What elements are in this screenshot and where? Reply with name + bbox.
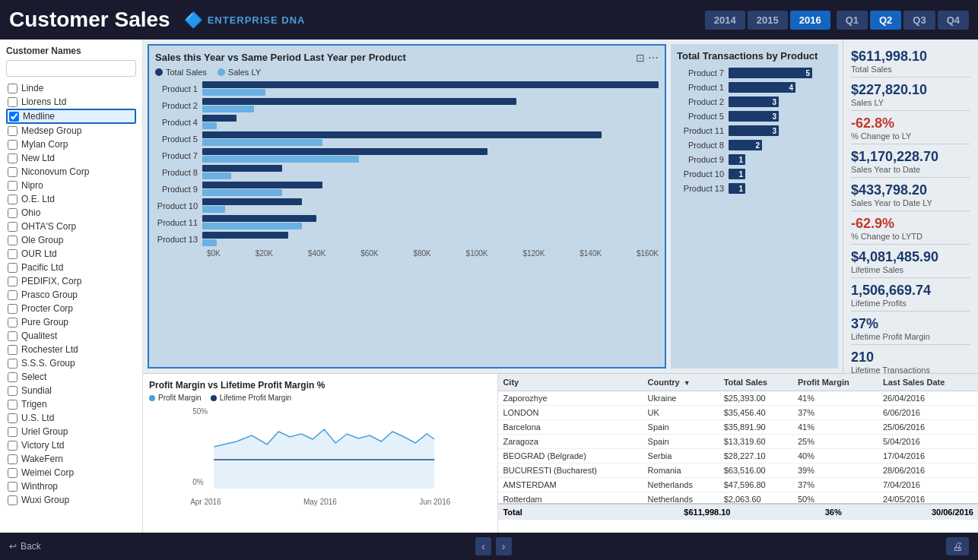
sidebar-item-weimei-corp[interactable]: Weimei Corp bbox=[6, 466, 136, 479]
sidebar-item-ohta's-corp[interactable]: OHTA'S Corp bbox=[6, 220, 136, 233]
sidebar-item-wuxi-group[interactable]: Wuxi Group bbox=[6, 493, 136, 507]
checkbox-o.e.-ltd[interactable] bbox=[8, 195, 17, 204]
checkbox-wakefern[interactable] bbox=[8, 454, 17, 464]
checkbox-our-ltd[interactable] bbox=[8, 249, 17, 259]
customer-search-input[interactable] bbox=[6, 60, 136, 77]
sidebar-item-prasco-group[interactable]: Prasco Group bbox=[6, 288, 136, 302]
checkbox-procter-corp[interactable] bbox=[8, 304, 17, 314]
sidebar-item-ole-group[interactable]: Ole Group bbox=[6, 233, 136, 247]
year-2014-button[interactable]: 2014 bbox=[705, 11, 745, 30]
checkbox-mylan-corp[interactable] bbox=[8, 140, 17, 150]
checkbox-u.s.-ltd[interactable] bbox=[8, 413, 17, 423]
next-button[interactable]: › bbox=[496, 537, 512, 555]
prev-button[interactable]: ‹ bbox=[475, 537, 491, 555]
checkbox-rochester-ltd[interactable] bbox=[8, 345, 17, 355]
sidebar-item-o.e.-ltd[interactable]: O.E. Ltd bbox=[6, 192, 136, 206]
legend-sales-ly: Sales LY bbox=[218, 68, 261, 77]
cell-city: Barcelona bbox=[498, 420, 643, 435]
checkbox-medline[interactable] bbox=[9, 112, 19, 122]
cell-last_date: 5/04/2016 bbox=[878, 435, 978, 449]
sidebar-item-wakefern[interactable]: WakeFern bbox=[6, 452, 136, 466]
checkbox-ole-group[interactable] bbox=[8, 236, 17, 245]
trans-row-product7: Product 75 bbox=[677, 68, 832, 78]
last-sales-date-header[interactable]: Last Sales Date bbox=[878, 374, 978, 391]
checkbox-s.s.s.-group[interactable] bbox=[8, 359, 17, 369]
sidebar-item-rochester-ltd[interactable]: Rochester Ltd bbox=[6, 343, 136, 356]
table-scroll[interactable]: City Country ▼ Total Sales Profit Margin… bbox=[498, 374, 978, 503]
sidebar-item-winthrop[interactable]: Winthrop bbox=[6, 479, 136, 493]
checkbox-llorens-ltd[interactable] bbox=[8, 97, 17, 107]
sidebar-item-niconovum-corp[interactable]: Niconovum Corp bbox=[6, 165, 136, 179]
cell-city: Zaragoza bbox=[498, 435, 643, 449]
sidebar-item-pacific-ltd[interactable]: Pacific Ltd bbox=[6, 261, 136, 274]
country-header[interactable]: Country ▼ bbox=[643, 374, 719, 391]
checkbox-uriel-group[interactable] bbox=[8, 427, 17, 437]
table-row[interactable]: AMSTERDAMNetherlands$47,596.8037%7/04/20… bbox=[498, 478, 978, 492]
sidebar-item-our-ltd[interactable]: OUR Ltd bbox=[6, 247, 136, 261]
checkbox-prasco-group[interactable] bbox=[8, 290, 17, 300]
checkbox-sundial[interactable] bbox=[8, 386, 17, 396]
table-row[interactable]: BEOGRAD (Belgrade)Serbia$28,227.1040%17/… bbox=[498, 449, 978, 464]
q2-button[interactable]: Q2 bbox=[870, 11, 901, 30]
checkbox-trigen[interactable] bbox=[8, 400, 17, 410]
checkbox-qualitest[interactable] bbox=[8, 331, 17, 341]
q3-button[interactable]: Q3 bbox=[903, 11, 935, 30]
city-header[interactable]: City bbox=[498, 374, 643, 391]
sidebar-item-sundial[interactable]: Sundial bbox=[6, 384, 136, 397]
table-row[interactable]: BarcelonaSpain$35,891.9041%25/06/2016 bbox=[498, 420, 978, 435]
year-2015-button[interactable]: 2015 bbox=[748, 11, 788, 30]
profit-margin-header[interactable]: Profit Margin bbox=[793, 374, 878, 391]
nav-buttons: ‹ › bbox=[475, 537, 511, 555]
checkbox-ohta's-corp[interactable] bbox=[8, 222, 17, 232]
table-row[interactable]: ZaporozhyeUkraine$25,393.0041%26/04/2016 bbox=[498, 391, 978, 406]
table-row[interactable]: ZaragozaSpain$13,319.6025%5/04/2016 bbox=[498, 435, 978, 449]
sidebar-item-nipro[interactable]: Nipro bbox=[6, 179, 136, 192]
sidebar-item-medsep-group[interactable]: Medsep Group bbox=[6, 124, 136, 138]
cell-country: Serbia bbox=[643, 449, 719, 464]
sidebar-label: WakeFern bbox=[21, 454, 63, 464]
checkbox-pacific-ltd[interactable] bbox=[8, 263, 17, 273]
sidebar-item-pure-group[interactable]: Pure Group bbox=[6, 315, 136, 329]
sidebar-item-medline[interactable]: Medline bbox=[6, 109, 136, 124]
checkbox-wuxi-group[interactable] bbox=[8, 495, 17, 505]
sidebar-item-u.s.-ltd[interactable]: U.S. Ltd bbox=[6, 411, 136, 425]
table-row[interactable]: BUCURESTI (Bucharest)Romania$63,516.0039… bbox=[498, 464, 978, 478]
sidebar-item-ohio[interactable]: Ohio bbox=[6, 206, 136, 220]
checkbox-niconovum-corp[interactable] bbox=[8, 167, 17, 177]
chart-focus-button[interactable]: ⊡ bbox=[636, 52, 645, 64]
checkbox-medsep-group[interactable] bbox=[8, 126, 17, 136]
trans-bar-wrap: 3 bbox=[729, 111, 832, 122]
checkbox-new-ltd[interactable] bbox=[8, 153, 17, 163]
sidebar-item-mylan-corp[interactable]: Mylan Corp bbox=[6, 138, 136, 151]
checkbox-winthrop[interactable] bbox=[8, 482, 17, 492]
sidebar-item-trigen[interactable]: Trigen bbox=[6, 397, 136, 411]
checkbox-pedifix,-corp[interactable] bbox=[8, 277, 17, 286]
sidebar-item-victory-ltd[interactable]: Victory Ltd bbox=[6, 438, 136, 452]
table-row[interactable]: LONDONUK$35,456.4037%6/06/2016 bbox=[498, 406, 978, 420]
q1-button[interactable]: Q1 bbox=[837, 11, 868, 30]
table-row[interactable]: RotterdamNetherlands$2,063.6050%24/05/20… bbox=[498, 492, 978, 504]
checkbox-victory-ltd[interactable] bbox=[8, 441, 17, 451]
total-sales-header[interactable]: Total Sales bbox=[719, 374, 793, 391]
sidebar-item-llorens-ltd[interactable]: Llorens Ltd bbox=[6, 95, 136, 109]
q4-button[interactable]: Q4 bbox=[938, 11, 969, 30]
checkbox-select[interactable] bbox=[8, 372, 17, 382]
sidebar-item-linde[interactable]: Linde bbox=[6, 81, 136, 95]
sidebar-item-uriel-group[interactable]: Uriel Group bbox=[6, 425, 136, 438]
sidebar-item-select[interactable]: Select bbox=[6, 370, 136, 384]
print-button[interactable]: 🖨 bbox=[946, 537, 969, 555]
sidebar-item-pedifix,-corp[interactable]: PEDIFIX, Corp bbox=[6, 274, 136, 288]
checkbox-nipro[interactable] bbox=[8, 181, 17, 191]
checkbox-pure-group[interactable] bbox=[8, 318, 17, 327]
sidebar-item-qualitest[interactable]: Qualitest bbox=[6, 329, 136, 343]
year-2016-button[interactable]: 2016 bbox=[790, 11, 830, 30]
sidebar-item-new-ltd[interactable]: New Ltd bbox=[6, 151, 136, 165]
sidebar-item-procter-corp[interactable]: Procter Corp bbox=[6, 302, 136, 315]
chart-more-button[interactable]: ⋯ bbox=[648, 52, 659, 64]
sidebar-item-s.s.s.-group[interactable]: S.S.S. Group bbox=[6, 356, 136, 370]
checkbox-ohio[interactable] bbox=[8, 208, 17, 218]
checkbox-linde[interactable] bbox=[8, 84, 17, 93]
checkbox-weimei-corp[interactable] bbox=[8, 468, 17, 478]
kpi-label: Sales Year to Date bbox=[851, 165, 970, 178]
back-nav[interactable]: ↩ Back bbox=[9, 541, 41, 552]
